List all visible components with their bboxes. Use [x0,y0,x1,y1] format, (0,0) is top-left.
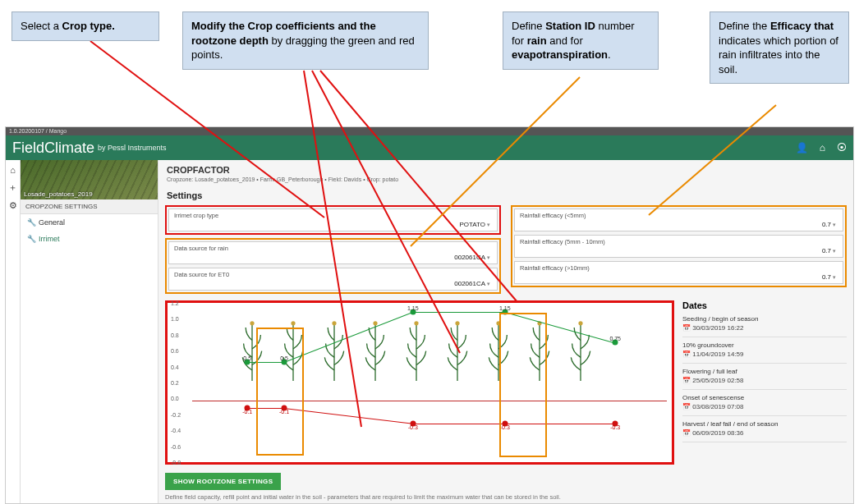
house-icon[interactable]: ⌂ [10,165,16,175]
plant-icon [324,317,345,391]
field-value: POTATO [174,219,492,228]
settings-heading: Settings [167,190,845,200]
y-tick: 0.2 [171,380,179,386]
field-label: Irrimet crop type [174,212,492,219]
date-value: 11/04/2019 14:59 [682,351,847,358]
cropzone-thumbnail[interactable]: Losade_potatoes_2019 [21,160,158,199]
sidebar: Losade_potatoes_2019 CROPZONE SETTINGS 🔧… [21,160,158,503]
field-crop-type[interactable]: Irrimet crop type POTATO [168,208,498,231]
sidebar-item-irrimet[interactable]: 🔧 Irrimet [21,231,158,247]
y-tick: 1.2 [171,300,179,306]
date-label: Onset of senescense [682,394,847,401]
svg-point-6 [291,321,295,325]
chart-and-dates: 1.21.00.80.60.40.20.0-0.2-0.4-0.6-0.8 0.… [165,300,847,465]
date-block[interactable]: Onset of senescense03/08/2019 07:08 [682,394,847,410]
settings-grid: Irrimet crop type POTATO Data source for… [165,205,847,294]
settings-left-col: Irrimet crop type POTATO Data source for… [165,205,501,294]
svg-point-16 [373,321,377,325]
date-label: Harvest / leaf fall / end of season [682,420,847,428]
point-label: -0.3 [408,424,418,430]
dates-panel: Dates Seeding / begin of season30/03/201… [682,300,847,465]
date-label: 10% groundcover [682,341,847,349]
field-value: 0.7 [520,272,838,281]
wrench-icon: 🔧 [27,218,34,227]
date-block[interactable]: Flowering / full leaf25/05/2019 02:58 [682,368,847,384]
crop-coefficient-chart[interactable]: 1.21.00.80.60.40.20.0-0.2-0.4-0.6-0.8 0.… [165,300,674,465]
show-rootzone-button[interactable]: SHOW ROOTZONE SETTINGS [165,473,281,490]
date-block[interactable]: Seeding / begin of season30/03/2019 16:2… [682,315,847,332]
field-value: 002061CA [174,278,492,287]
field-rain-source[interactable]: Data source for rain 002061CA [168,241,498,264]
field-et0-source[interactable]: Data source for ET0 002061CA [168,268,498,291]
brand-subtitle: by Pessl Instruments [98,144,167,152]
field-efficacy-5-10[interactable]: Rainfall efficacy (5mm - 10mm) 0.7 [514,235,843,258]
date-label: Flowering / full leaf [682,368,847,375]
field-value: 002061CA [174,252,492,261]
y-tick: 1.0 [171,316,179,322]
gear-icon[interactable]: ⚙ [9,200,17,211]
date-label: Seeding / begin of season [682,315,847,323]
y-tick: -0.2 [171,411,181,417]
date-value: 30/03/2019 16:22 [682,324,847,332]
point-label: -0.3 [610,424,620,430]
page-title: CROPFACTOR [167,165,845,175]
point-label: -0.1 [242,410,252,415]
svg-point-1 [250,321,254,325]
y-tick: -0.8 [171,460,181,465]
settings-right-col: Rainfall efficacy (<5mm) 0.7 Rainfall ef… [511,205,847,294]
highlight-efficacy: Rainfall efficacy (<5mm) 0.7 Rainfall ef… [511,205,847,287]
plant-icon [447,317,468,391]
vertical-toolstrip: ⌂ ＋ ⚙ [6,160,21,503]
svg-point-26 [455,321,459,325]
svg-point-41 [578,321,582,325]
field-value: 0.7 [520,245,838,254]
user-icon[interactable]: 👤 [796,142,808,153]
orange-selection-right [499,313,547,457]
plus-icon[interactable]: ＋ [8,181,17,194]
point-label: 1.15 [407,305,419,310]
point-label: 1.15 [499,305,511,310]
point-label: 0.5 [243,355,251,360]
orange-selection-left [256,328,304,456]
date-block[interactable]: 10% groundcover11/04/2019 14:59 [682,341,847,358]
y-tick: 0.8 [171,332,179,337]
svg-point-11 [332,321,336,325]
rootzone-hint: Define field capacity, refill point and … [165,493,847,501]
signal-icon[interactable]: ⦿ [837,142,847,153]
y-axis: 1.21.00.80.60.40.20.0-0.2-0.4-0.6-0.8 [171,303,191,462]
breadcrumb-path: Cropzone: Losade_potatoes_2019 • Farm: G… [167,176,845,182]
sidebar-item-label: Irrimet [39,235,60,243]
cropzone-caption: Losade_potatoes_2019 [24,190,93,198]
field-label: Data source for ET0 [174,271,492,278]
y-tick: 0.6 [171,348,179,354]
callout-efficacy: Define the Efficacy that indicates which… [710,11,849,84]
brand-logo: FieldClimate [12,140,94,157]
point-label: 0.75 [609,336,621,341]
sidebar-heading: CROPZONE SETTINGS [21,199,158,214]
date-block[interactable]: Harvest / leaf fall / end of season06/09… [682,420,847,437]
date-value: 06/09/2019 08:36 [682,429,847,437]
svg-point-21 [414,321,418,325]
y-tick: 0.0 [171,396,179,401]
window-titlebar: 1.0.20200107 / Mango [6,127,853,135]
field-label: Data source for rain [174,245,492,252]
y-tick: 0.4 [171,364,179,369]
plant-icon [570,317,591,391]
sidebar-item-general[interactable]: 🔧 General [21,214,158,231]
field-value: 0.7 [520,219,838,228]
callout-crop-type: Select a Crop type. [11,11,159,41]
field-label: Rainfall efficacy (>10mm) [520,264,838,272]
plant-icon [365,317,386,391]
highlight-crop-type: Irrimet crop type POTATO [165,205,501,235]
y-tick: -0.6 [171,443,181,449]
field-efficacy-lt5[interactable]: Rainfall efficacy (<5mm) 0.7 [514,208,843,231]
plant-icon [406,317,427,391]
sidebar-item-label: General [39,218,65,227]
home-icon[interactable]: ⌂ [820,142,825,153]
wrench-icon: 🔧 [27,235,34,243]
main-panel: CROPFACTOR Cropzone: Losade_potatoes_201… [158,160,853,503]
field-efficacy-gt10[interactable]: Rainfall efficacy (>10mm) 0.7 [514,261,843,284]
field-label: Rainfall efficacy (<5mm) [520,212,838,219]
callout-station-id: Define Station ID number for rain and fo… [503,11,659,70]
dates-heading: Dates [682,300,847,310]
